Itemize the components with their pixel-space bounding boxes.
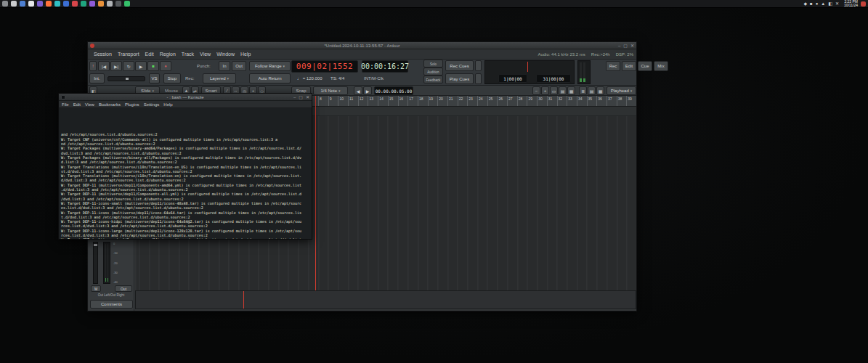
auto-return-button[interactable]: Auto Return bbox=[249, 73, 291, 83]
menu-item[interactable]: Help bbox=[238, 52, 253, 57]
ruler-bar-number[interactable]: 10 bbox=[338, 96, 348, 107]
play-button[interactable]: ▶ bbox=[135, 61, 147, 71]
menu-item[interactable]: Help bbox=[163, 102, 172, 107]
rec-cues-options-button[interactable] bbox=[475, 60, 482, 71]
ruler-bar-number[interactable]: 25 bbox=[487, 96, 498, 107]
ruler-bar-number[interactable]: 26 bbox=[497, 96, 507, 107]
app-launcher-icon[interactable] bbox=[28, 1, 34, 7]
nudge-forward-button[interactable]: ▶ bbox=[363, 86, 372, 95]
menu-item[interactable]: View bbox=[197, 52, 214, 57]
tempo-display[interactable]: ♩ = 120.000 bbox=[297, 76, 323, 81]
app-launcher-icon[interactable] bbox=[2, 1, 8, 7]
mini-timeline[interactable]: 1|00|00 31|00|00 bbox=[484, 60, 575, 84]
app-launcher-icon[interactable] bbox=[115, 1, 121, 7]
shuttle-slider[interactable] bbox=[108, 76, 145, 81]
ruler-bar-number[interactable]: 27 bbox=[507, 96, 517, 107]
ruler-bar-number[interactable]: 21 bbox=[447, 96, 458, 107]
app-launcher-icon[interactable] bbox=[63, 1, 69, 7]
window-control-icon[interactable]: ▢ bbox=[299, 94, 303, 101]
tray-icon[interactable]: ✕ bbox=[835, 1, 839, 7]
tray-icon[interactable]: ■ bbox=[810, 1, 813, 7]
app-launcher-icon[interactable] bbox=[37, 1, 43, 7]
nudge-clock[interactable]: 00:00:00:05:00 bbox=[374, 86, 413, 95]
menu-item[interactable]: Plugins bbox=[125, 102, 139, 107]
feedback-indicator[interactable]: Feedback bbox=[423, 76, 443, 83]
tray-icon[interactable]: ◆ bbox=[803, 1, 807, 7]
follow-range-button[interactable]: Follow Range▾ bbox=[249, 61, 291, 71]
menu-item[interactable]: View bbox=[85, 102, 94, 107]
loop-button[interactable]: ↻ bbox=[123, 61, 134, 71]
menu-item[interactable]: Settings bbox=[144, 102, 160, 107]
sync-status[interactable]: INT/M-Clk bbox=[364, 76, 384, 81]
app-launcher-icon[interactable] bbox=[11, 1, 17, 7]
time-signature-display[interactable]: TS: 4/4 bbox=[330, 76, 344, 81]
app-launcher-icon[interactable] bbox=[98, 1, 104, 7]
app-launcher-icon[interactable] bbox=[124, 1, 130, 7]
menu-item[interactable]: Edit bbox=[142, 52, 157, 57]
ruler-bar-number[interactable]: 28 bbox=[517, 96, 527, 107]
ruler-bar-number[interactable]: 11 bbox=[348, 96, 358, 107]
comments-button[interactable]: Comments bbox=[90, 300, 133, 309]
tab-editor[interactable]: Edit bbox=[622, 61, 636, 71]
app-launcher-icon[interactable] bbox=[20, 1, 25, 7]
ruler-bar-number[interactable]: 32 bbox=[557, 96, 567, 107]
ruler-bar-number[interactable]: 34 bbox=[577, 96, 587, 107]
ardour-titlebar[interactable]: *Untitled-2024-10-11-13-55-57 - Ardour –… bbox=[88, 42, 636, 49]
play-cues-options-button[interactable] bbox=[475, 73, 482, 84]
record-mode-dropdown[interactable]: Layered▾ bbox=[203, 73, 236, 83]
app-launcher-icon[interactable] bbox=[54, 1, 60, 7]
tray-icon[interactable]: ▲ bbox=[821, 1, 825, 7]
app-launcher-icon[interactable] bbox=[107, 1, 113, 7]
window-control-icon[interactable]: ✕ bbox=[306, 94, 309, 101]
zoom-selection-icon[interactable]: ▦ bbox=[567, 86, 575, 95]
play-cues-button[interactable]: Play Cues bbox=[445, 73, 474, 84]
go-end-button[interactable]: ▶| bbox=[110, 61, 122, 71]
mute-button[interactable]: M bbox=[91, 285, 101, 292]
rec-cues-button[interactable]: Rec Cues bbox=[445, 60, 474, 71]
zoom-in-icon[interactable]: + bbox=[541, 86, 549, 95]
ruler-bar-number[interactable]: 9 bbox=[328, 96, 338, 107]
notification-icon[interactable] bbox=[861, 1, 866, 7]
solo-indicator[interactable]: Solo bbox=[423, 60, 443, 68]
nudge-back-button[interactable]: ◀ bbox=[354, 86, 362, 95]
ruler-bar-number[interactable]: 14 bbox=[378, 96, 388, 107]
go-start-button[interactable]: |◀ bbox=[98, 61, 110, 71]
shrink-tracks-icon[interactable]: ▤ bbox=[588, 86, 596, 95]
ruler-bar-number[interactable]: 23 bbox=[467, 96, 477, 107]
ruler-bar-number[interactable]: 33 bbox=[567, 96, 577, 107]
ruler-bar-number[interactable]: 20 bbox=[437, 96, 447, 107]
gain-fader[interactable] bbox=[93, 242, 98, 284]
expand-tracks-icon[interactable]: ▦ bbox=[596, 86, 604, 95]
primary-clock[interactable]: 009|02|1552 bbox=[291, 60, 358, 73]
menu-item[interactable]: Region bbox=[157, 52, 179, 57]
menu-item[interactable]: Session bbox=[91, 52, 115, 57]
punch-in-button[interactable]: In bbox=[219, 61, 230, 71]
app-launcher-icon[interactable] bbox=[89, 1, 95, 7]
playhead-line[interactable] bbox=[315, 96, 316, 290]
output-button[interactable]: Out bbox=[115, 285, 132, 292]
ruler-bar-number[interactable]: 16 bbox=[398, 96, 408, 107]
ruler-bar-number[interactable]: 35 bbox=[587, 96, 597, 107]
punch-in-clock[interactable]: 1|00|00 bbox=[498, 74, 527, 83]
ruler-bar-number[interactable]: 12 bbox=[358, 96, 368, 107]
menu-item[interactable]: Transport bbox=[115, 52, 142, 57]
tray-icon[interactable]: ● bbox=[816, 1, 819, 7]
grid-dropdown[interactable]: 1/4 Note▾ bbox=[313, 86, 348, 95]
ruler-bar-number[interactable]: 37 bbox=[607, 96, 617, 107]
ruler-bar-number[interactable]: 36 bbox=[596, 96, 607, 107]
zoom-focus-dropdown[interactable]: Playhead▾ bbox=[607, 86, 636, 95]
zoom-out-icon[interactable]: − bbox=[532, 86, 540, 95]
track-height-icon[interactable]: ≣ bbox=[579, 86, 587, 95]
ruler-bar-number[interactable]: 17 bbox=[407, 96, 418, 107]
ruler-bar-number[interactable]: 8 bbox=[318, 96, 328, 107]
record-button[interactable]: ● bbox=[160, 61, 171, 71]
app-launcher-icon[interactable] bbox=[81, 1, 86, 7]
window-control-icon[interactable]: ✕ bbox=[630, 42, 634, 49]
app-launcher-icon[interactable] bbox=[46, 1, 52, 7]
terminal-output[interactable]: and /etc/apt/sources.list.d/ubuntu.sourc… bbox=[59, 108, 312, 239]
tab-recorder[interactable]: Rec bbox=[606, 61, 620, 71]
stop-button[interactable]: ■ bbox=[147, 61, 159, 71]
ruler-bar-number[interactable]: 38 bbox=[617, 96, 627, 107]
zoom-fit-icon[interactable]: ▭ bbox=[550, 86, 558, 95]
app-launcher-icon[interactable] bbox=[72, 1, 78, 7]
